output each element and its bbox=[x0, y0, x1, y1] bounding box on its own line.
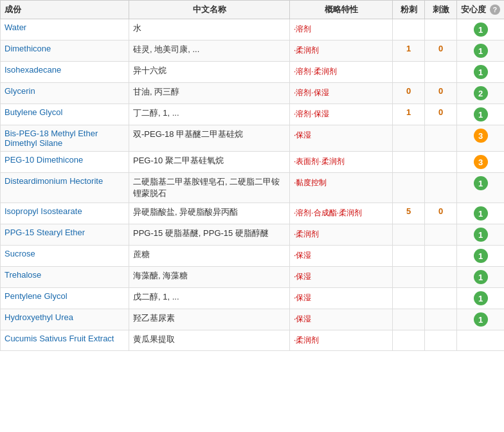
table-row: Butylene Glycol丁二醇, 1, ...·溶剂·保湿101 bbox=[1, 104, 505, 125]
chinese-name-cell: 蔗糖 bbox=[129, 246, 290, 267]
safety-badge: 1 bbox=[474, 228, 488, 242]
powder-cell bbox=[393, 19, 425, 40]
stimulate-cell bbox=[425, 173, 457, 203]
table-row: Dimethicone硅灵, 地美司康, ...·柔润剂101 bbox=[1, 40, 505, 62]
ingredient-link[interactable]: Cucumis Sativus Fruit Extract bbox=[4, 334, 114, 343]
tag-item: ·溶剂 bbox=[294, 87, 311, 99]
ingredients-table: 成份 中文名称 概略特性 粉刺 刺激 安心度 ? Water水·溶剂1Dimet… bbox=[0, 0, 504, 351]
chinese-name-cell: 硅灵, 地美司康, ... bbox=[129, 40, 290, 62]
chinese-name-cell: 异十六烷 bbox=[129, 62, 290, 83]
ingredient-link[interactable]: Isopropyl Isostearate bbox=[4, 206, 82, 216]
tag-item: ·合成酯 bbox=[311, 207, 336, 219]
overview-cell: ·保湿 bbox=[290, 125, 393, 152]
overview-cell: ·溶剂·合成酯·柔润剂 bbox=[290, 203, 393, 224]
ingredient-cell: Isopropyl Isostearate bbox=[1, 203, 129, 224]
tag-item: ·保湿 bbox=[311, 87, 328, 99]
stimulate-cell bbox=[425, 330, 457, 351]
safety-cell: 3 bbox=[457, 152, 505, 173]
tag-item: ·黏度控制 bbox=[294, 177, 327, 189]
powder-cell bbox=[393, 309, 425, 330]
powder-cell bbox=[393, 246, 425, 267]
table-header: 成份 中文名称 概略特性 粉刺 刺激 安心度 ? bbox=[1, 1, 505, 19]
header-powder: 粉刺 bbox=[393, 1, 425, 19]
ingredient-link[interactable]: Trehalose bbox=[4, 270, 41, 280]
header-ingredient: 成份 bbox=[1, 1, 129, 19]
ingredient-link[interactable]: PPG-15 Stearyl Ether bbox=[4, 228, 85, 237]
powder-cell bbox=[393, 267, 425, 288]
tag-item: ·柔润剂 bbox=[294, 228, 319, 240]
ingredient-link[interactable]: Bis-PEG-18 Methyl Ether Dimethyl Silane bbox=[4, 129, 98, 148]
ingredient-cell: Hydroxyethyl Urea bbox=[1, 309, 129, 330]
overview-cell: ·溶剂·保湿 bbox=[290, 83, 393, 104]
table-row: PPG-15 Stearyl EtherPPG-15 硬脂基醚, PPG-15 … bbox=[1, 224, 505, 246]
chinese-name-cell: 丁二醇, 1, ... bbox=[129, 104, 290, 125]
ingredient-cell: Glycerin bbox=[1, 83, 129, 104]
tag-item: ·溶剂 bbox=[294, 66, 311, 78]
safety-badge: 3 bbox=[474, 155, 488, 169]
ingredient-link[interactable]: Pentylene Glycol bbox=[4, 291, 68, 301]
safety-cell: 1 bbox=[457, 62, 505, 83]
tag-item: ·柔润剂 bbox=[294, 44, 319, 57]
tag-item: ·溶剂 bbox=[294, 108, 311, 120]
ingredient-link[interactable]: Sucrose bbox=[4, 249, 35, 258]
table-row: PEG-10 DimethiconePEG-10 聚二甲基硅氧烷·表面剂·柔润剂… bbox=[1, 152, 505, 173]
overview-cell: ·柔润剂 bbox=[290, 40, 393, 62]
tag-item: ·保湿 bbox=[311, 108, 328, 120]
stimulate-cell bbox=[425, 125, 457, 152]
stimulate-cell: 0 bbox=[425, 203, 457, 224]
overview-cell: ·保湿 bbox=[290, 309, 393, 330]
tag-item: ·保湿 bbox=[294, 271, 311, 283]
overview-cell: ·保湿 bbox=[290, 267, 393, 288]
chinese-name-cell: 羟乙基尿素 bbox=[129, 309, 290, 330]
ingredient-cell: Trehalose bbox=[1, 267, 129, 288]
tag-item: ·溶剂 bbox=[294, 207, 311, 219]
safety-cell: 1 bbox=[457, 267, 505, 288]
stimulate-cell bbox=[425, 19, 457, 40]
safety-badge: 3 bbox=[474, 129, 488, 143]
ingredient-link[interactable]: PEG-10 Dimethicone bbox=[4, 155, 83, 165]
tag-item: ·溶剂 bbox=[294, 23, 311, 35]
table-row: Isohexadecane异十六烷·溶剂·柔润剂1 bbox=[1, 62, 505, 83]
safety-cell: 1 bbox=[457, 203, 505, 224]
ingredient-link[interactable]: Hydroxyethyl Urea bbox=[4, 312, 73, 322]
ingredient-link[interactable]: Butylene Glycol bbox=[4, 107, 62, 117]
chinese-name-cell: 戊二醇, 1, ... bbox=[129, 288, 290, 309]
safety-badge: 1 bbox=[474, 176, 488, 190]
ingredient-link[interactable]: Water bbox=[4, 22, 26, 32]
chinese-name-cell: 双-PEG-18 甲基醚二甲基硅烷 bbox=[129, 125, 290, 152]
ingredient-link[interactable]: Glycerin bbox=[4, 86, 35, 96]
safety-cell: 1 bbox=[457, 309, 505, 330]
ingredient-link[interactable]: Isohexadecane bbox=[4, 65, 61, 75]
tag-item: ·柔润剂 bbox=[337, 207, 362, 219]
safety-badge: 1 bbox=[474, 291, 488, 305]
table-row: Disteardimonium Hectorite二硬脂基二甲基胺锂皂石, 二硬… bbox=[1, 173, 505, 203]
overview-cell: ·柔润剂 bbox=[290, 224, 393, 246]
stimulate-cell: 0 bbox=[425, 40, 457, 62]
safety-badge: 1 bbox=[474, 22, 488, 37]
powder-cell bbox=[393, 288, 425, 309]
ingredient-cell: Cucumis Sativus Fruit Extract bbox=[1, 330, 129, 351]
header-overview: 概略特性 bbox=[290, 1, 393, 19]
overview-cell: ·保湿 bbox=[290, 288, 393, 309]
safety-cell: 1 bbox=[457, 40, 505, 62]
ingredient-link[interactable]: Disteardimonium Hectorite bbox=[4, 176, 103, 186]
stimulate-cell bbox=[425, 224, 457, 246]
stimulate-cell bbox=[425, 309, 457, 330]
overview-cell: ·柔润剂 bbox=[290, 330, 393, 351]
stimulate-cell bbox=[425, 246, 457, 267]
table-row: Trehalose海藻醣, 海藻糖·保湿1 bbox=[1, 267, 505, 288]
safety-badge: 1 bbox=[474, 312, 488, 327]
tag-item: ·柔润剂 bbox=[294, 334, 319, 346]
overview-cell: ·溶剂·保湿 bbox=[290, 104, 393, 125]
safety-cell: 1 bbox=[457, 104, 505, 125]
stimulate-cell bbox=[425, 62, 457, 83]
powder-cell: 1 bbox=[393, 104, 425, 125]
stimulate-cell bbox=[425, 267, 457, 288]
safety-help-icon[interactable]: ? bbox=[490, 4, 500, 15]
ingredient-link[interactable]: Dimethicone bbox=[4, 44, 51, 53]
overview-cell: ·表面剂·柔润剂 bbox=[290, 152, 393, 173]
powder-cell bbox=[393, 125, 425, 152]
chinese-name-cell: 甘油, 丙三醇 bbox=[129, 83, 290, 104]
stimulate-cell: 0 bbox=[425, 83, 457, 104]
safety-cell: 1 bbox=[457, 173, 505, 203]
